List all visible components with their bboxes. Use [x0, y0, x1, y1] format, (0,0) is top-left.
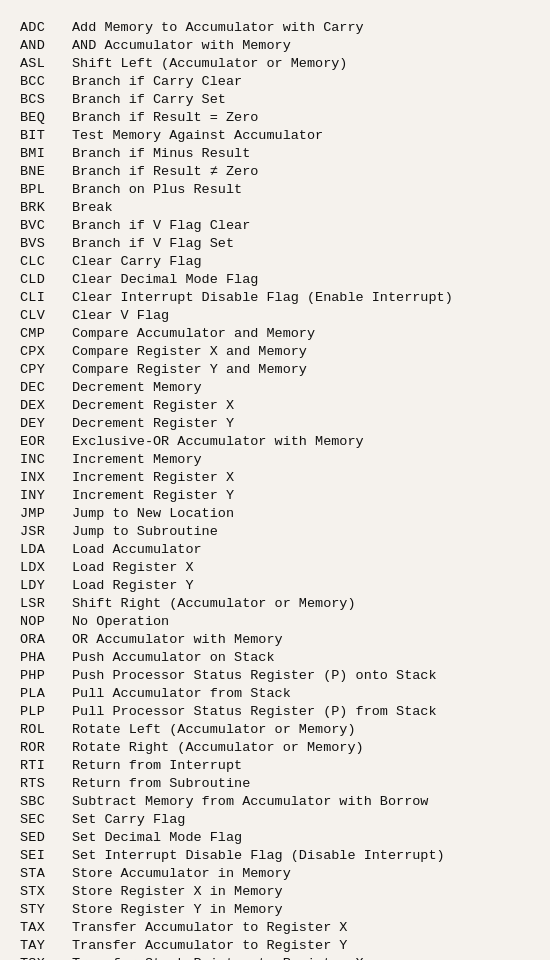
mnemonic-label: LDY: [20, 578, 72, 593]
description-label: Return from Interrupt: [72, 758, 530, 773]
list-item: BEQBranch if Result = Zero: [20, 108, 530, 126]
description-label: Exclusive-OR Accumulator with Memory: [72, 434, 530, 449]
mnemonic-label: ORA: [20, 632, 72, 647]
list-item: INXIncrement Register X: [20, 468, 530, 486]
description-label: Push Accumulator on Stack: [72, 650, 530, 665]
list-item: BCCBranch if Carry Clear: [20, 72, 530, 90]
mnemonic-label: INX: [20, 470, 72, 485]
mnemonic-label: CPX: [20, 344, 72, 359]
mnemonic-label: LDA: [20, 542, 72, 557]
list-item: BITTest Memory Against Accumulator: [20, 126, 530, 144]
mnemonic-label: TAX: [20, 920, 72, 935]
list-item: ORAOR Accumulator with Memory: [20, 630, 530, 648]
list-item: LDXLoad Register X: [20, 558, 530, 576]
list-item: CPYCompare Register Y and Memory: [20, 360, 530, 378]
list-item: RORRotate Right (Accumulator or Memory): [20, 738, 530, 756]
list-item: TAXTransfer Accumulator to Register X: [20, 918, 530, 936]
mnemonic-label: BVS: [20, 236, 72, 251]
description-label: Branch if V Flag Clear: [72, 218, 530, 233]
description-label: Set Carry Flag: [72, 812, 530, 827]
mnemonic-label: LSR: [20, 596, 72, 611]
description-label: Decrement Register Y: [72, 416, 530, 431]
description-label: Compare Accumulator and Memory: [72, 326, 530, 341]
description-label: Load Register Y: [72, 578, 530, 593]
description-label: Load Accumulator: [72, 542, 530, 557]
mnemonic-label: CLC: [20, 254, 72, 269]
mnemonic-label: SEC: [20, 812, 72, 827]
description-label: Pull Accumulator from Stack: [72, 686, 530, 701]
list-item: DECDecrement Memory: [20, 378, 530, 396]
list-item: BRKBreak: [20, 198, 530, 216]
description-label: Transfer Accumulator to Register X: [72, 920, 530, 935]
description-label: Shift Right (Accumulator or Memory): [72, 596, 530, 611]
mnemonic-label: ROR: [20, 740, 72, 755]
mnemonic-label: NOP: [20, 614, 72, 629]
mnemonic-label: STA: [20, 866, 72, 881]
mnemonic-label: ROL: [20, 722, 72, 737]
list-item: STYStore Register Y in Memory: [20, 900, 530, 918]
mnemonic-label: BCC: [20, 74, 72, 89]
description-label: Compare Register Y and Memory: [72, 362, 530, 377]
mnemonic-label: PHP: [20, 668, 72, 683]
description-label: Store Register Y in Memory: [72, 902, 530, 917]
list-item: CLCClear Carry Flag: [20, 252, 530, 270]
mnemonic-label: BVC: [20, 218, 72, 233]
mnemonic-label: ASL: [20, 56, 72, 71]
mnemonic-label: BCS: [20, 92, 72, 107]
description-label: Branch if Result ≠ Zero: [72, 164, 530, 179]
description-label: OR Accumulator with Memory: [72, 632, 530, 647]
list-item: PLAPull Accumulator from Stack: [20, 684, 530, 702]
description-label: Decrement Register X: [72, 398, 530, 413]
mnemonic-label: RTS: [20, 776, 72, 791]
description-label: Return from Subroutine: [72, 776, 530, 791]
description-label: Rotate Left (Accumulator or Memory): [72, 722, 530, 737]
list-item: EORExclusive-OR Accumulator with Memory: [20, 432, 530, 450]
mnemonic-label: CMP: [20, 326, 72, 341]
list-item: DEYDecrement Register Y: [20, 414, 530, 432]
list-item: CPXCompare Register X and Memory: [20, 342, 530, 360]
description-label: Add Memory to Accumulator with Carry: [72, 20, 530, 35]
list-item: JSRJump to Subroutine: [20, 522, 530, 540]
list-item: TSXTransfer Stack Pointer to Register X: [20, 954, 530, 960]
description-label: Clear Interrupt Disable Flag (Enable Int…: [72, 290, 530, 305]
description-label: Transfer Accumulator to Register Y: [72, 938, 530, 953]
list-item: LSRShift Right (Accumulator or Memory): [20, 594, 530, 612]
mnemonic-label: PLP: [20, 704, 72, 719]
mnemonic-label: CLV: [20, 308, 72, 323]
description-label: Increment Memory: [72, 452, 530, 467]
list-item: INCIncrement Memory: [20, 450, 530, 468]
list-item: ADCAdd Memory to Accumulator with Carry: [20, 18, 530, 36]
list-item: RTIReturn from Interrupt: [20, 756, 530, 774]
mnemonic-label: CPY: [20, 362, 72, 377]
list-item: CMPCompare Accumulator and Memory: [20, 324, 530, 342]
description-label: Branch if Carry Set: [72, 92, 530, 107]
list-item: SEDSet Decimal Mode Flag: [20, 828, 530, 846]
list-item: BPLBranch on Plus Result: [20, 180, 530, 198]
mnemonic-label: SED: [20, 830, 72, 845]
list-item: SBCSubtract Memory from Accumulator with…: [20, 792, 530, 810]
mnemonic-label: STY: [20, 902, 72, 917]
list-item: BNEBranch if Result ≠ Zero: [20, 162, 530, 180]
description-label: Clear Decimal Mode Flag: [72, 272, 530, 287]
list-item: LDALoad Accumulator: [20, 540, 530, 558]
mnemonic-label: DEC: [20, 380, 72, 395]
mnemonic-label: DEX: [20, 398, 72, 413]
description-label: Subtract Memory from Accumulator with Bo…: [72, 794, 530, 809]
list-item: JMPJump to New Location: [20, 504, 530, 522]
mnemonic-label: BEQ: [20, 110, 72, 125]
description-label: AND Accumulator with Memory: [72, 38, 530, 53]
description-label: Jump to Subroutine: [72, 524, 530, 539]
mnemonic-label: PLA: [20, 686, 72, 701]
mnemonic-label: DEY: [20, 416, 72, 431]
mnemonic-label: INY: [20, 488, 72, 503]
list-item: CLVClear V Flag: [20, 306, 530, 324]
mnemonic-label: JMP: [20, 506, 72, 521]
description-label: Branch on Plus Result: [72, 182, 530, 197]
mnemonic-label: STX: [20, 884, 72, 899]
list-item: INYIncrement Register Y: [20, 486, 530, 504]
list-item: LDYLoad Register Y: [20, 576, 530, 594]
mnemonic-label: LDX: [20, 560, 72, 575]
list-item: BMIBranch if Minus Result: [20, 144, 530, 162]
description-label: Set Decimal Mode Flag: [72, 830, 530, 845]
list-item: RTSReturn from Subroutine: [20, 774, 530, 792]
